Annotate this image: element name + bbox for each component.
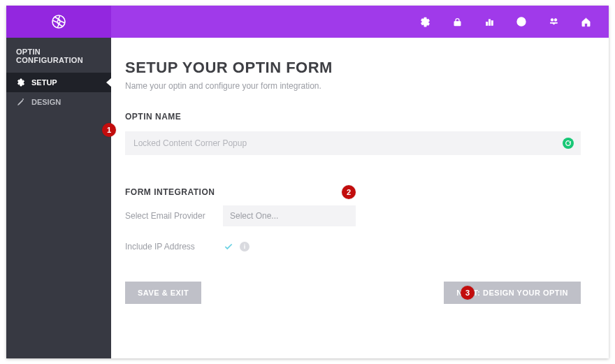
optin-name-input[interactable]	[125, 131, 581, 155]
sidebar-item-design[interactable]: DESIGN	[6, 92, 111, 112]
save-exit-button[interactable]: SAVE & EXIT	[125, 282, 201, 304]
brand-logo[interactable]	[6, 6, 111, 38]
aperture-icon	[50, 13, 67, 30]
callout-2: 2	[342, 185, 356, 199]
optin-name-label: OPTIN NAME	[125, 112, 581, 122]
sidebar: OPTIN CONFIGURATION SETUP DESIGN	[6, 38, 111, 358]
page-heading: SETUP YOUR OPTIN FORM	[125, 59, 581, 77]
grammarly-icon[interactable]	[563, 138, 574, 149]
sidebar-item-label: DESIGN	[31, 98, 61, 106]
info-icon[interactable]: i	[240, 242, 249, 252]
ip-label: Include IP Address	[125, 242, 223, 252]
svg-rect-3	[486, 22, 488, 25]
check-icon	[224, 242, 233, 252]
svg-point-8	[551, 18, 554, 21]
svg-point-9	[554, 18, 557, 21]
sidebar-item-setup[interactable]: SETUP	[6, 73, 111, 92]
provider-select[interactable]: Select One...	[223, 205, 356, 226]
users-icon[interactable]	[547, 15, 560, 28]
svg-rect-2	[454, 21, 461, 25]
lock-icon[interactable]	[451, 15, 463, 28]
topbar	[6, 6, 609, 38]
callout-1: 1	[102, 123, 116, 137]
ip-checkbox[interactable]	[223, 241, 234, 252]
home-icon[interactable]	[579, 15, 592, 28]
gear-icon	[16, 78, 25, 87]
gear-icon[interactable]	[419, 15, 431, 28]
provider-placeholder: Select One...	[230, 211, 278, 221]
sidebar-item-label: SETUP	[31, 78, 57, 87]
svg-point-7	[520, 20, 523, 22]
main-panel: SETUP YOUR OPTIN FORM Name your optin an…	[111, 38, 609, 358]
page-subtitle: Name your optin and configure your form …	[125, 81, 581, 91]
bar-chart-icon[interactable]	[483, 15, 495, 28]
svg-rect-4	[489, 19, 491, 25]
svg-rect-5	[491, 20, 493, 25]
provider-label: Select Email Provider	[125, 211, 223, 221]
user-circle-icon[interactable]	[515, 15, 528, 28]
callout-3: 3	[461, 286, 475, 300]
sidebar-title: OPTIN CONFIGURATION	[6, 38, 111, 73]
pencil-icon	[16, 98, 25, 107]
